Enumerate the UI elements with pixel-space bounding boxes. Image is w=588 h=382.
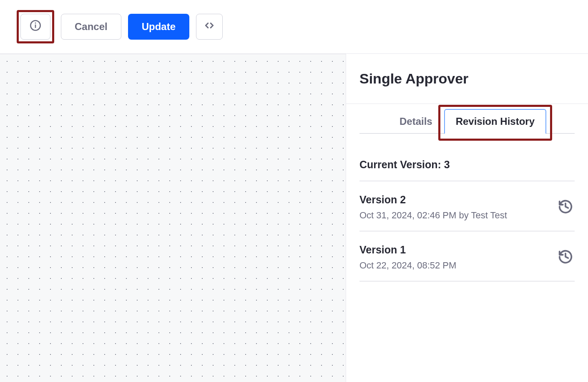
version-item: Version 2 Oct 31, 2024, 02:46 PM by Test… (359, 181, 575, 231)
info-button[interactable] (20, 14, 50, 40)
version-item: Version 1 Oct 22, 2024, 08:52 PM (359, 231, 575, 281)
main-area: Single Approver Details Revision History… (0, 54, 588, 382)
tab-revision-history[interactable]: Revision History (444, 109, 546, 134)
current-version-label: Current Version: 3 (359, 144, 575, 181)
history-icon (558, 249, 573, 266)
tabs: Details Revision History (359, 104, 575, 134)
cancel-button[interactable]: Cancel (61, 14, 121, 40)
version-info: Version 1 Oct 22, 2024, 08:52 PM (359, 244, 556, 271)
code-view-button[interactable] (196, 14, 223, 40)
version-title: Version 1 (359, 244, 556, 256)
info-button-highlight (17, 10, 54, 43)
history-icon (558, 199, 573, 216)
code-icon (204, 20, 215, 33)
version-section: Current Version: 3 Version 2 Oct 31, 202… (346, 134, 588, 291)
toolbar: Cancel Update (0, 0, 588, 54)
info-icon (30, 20, 41, 34)
version-meta: Oct 31, 2024, 02:46 PM by Test Test (359, 210, 556, 221)
panel-header: Single Approver (346, 54, 588, 104)
workflow-canvas[interactable] (0, 54, 346, 382)
panel-title: Single Approver (359, 71, 575, 87)
svg-point-2 (35, 23, 36, 24)
restore-version-button[interactable] (556, 198, 575, 217)
side-panel: Single Approver Details Revision History… (346, 54, 588, 382)
version-info: Version 2 Oct 31, 2024, 02:46 PM by Test… (359, 194, 556, 221)
update-button[interactable]: Update (128, 14, 189, 40)
tab-details[interactable]: Details (388, 109, 444, 133)
version-title: Version 2 (359, 194, 556, 206)
restore-version-button[interactable] (556, 248, 575, 267)
version-meta: Oct 22, 2024, 08:52 PM (359, 260, 556, 271)
